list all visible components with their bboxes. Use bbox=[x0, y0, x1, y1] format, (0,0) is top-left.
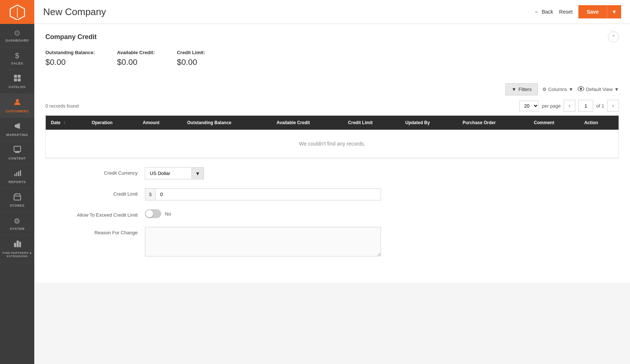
per-page-select[interactable]: 20 30 50 bbox=[519, 101, 539, 111]
toggle-knob bbox=[146, 210, 153, 217]
page-title: New Company bbox=[43, 6, 534, 18]
col-action[interactable]: Action bbox=[579, 116, 619, 130]
sidebar-item-catalog[interactable]: CATALOG bbox=[0, 70, 34, 94]
allow-exceed-row: Allow To Exceed Credit Limit No bbox=[56, 209, 608, 218]
sidebar-item-reports[interactable]: REPORTS bbox=[0, 165, 34, 189]
reports-icon bbox=[14, 169, 21, 179]
svg-rect-9 bbox=[15, 152, 20, 153]
credit-limit-input[interactable] bbox=[156, 189, 381, 200]
allow-exceed-field: No bbox=[145, 209, 381, 218]
view-button[interactable]: Default View ▼ bbox=[578, 86, 619, 92]
svg-rect-14 bbox=[14, 196, 21, 200]
section-title: Company Credit bbox=[45, 33, 97, 41]
credit-currency-field: US Dollar Euro British Pound ▼ bbox=[145, 167, 381, 179]
svg-point-19 bbox=[580, 88, 582, 90]
table-header-row: Date ↑ Operation Amount Outstanding Bala… bbox=[46, 116, 619, 130]
main-content: New Company ← Back Reset Save ▼ Company … bbox=[34, 0, 630, 364]
sidebar-item-marketing[interactable]: MARKETING bbox=[0, 118, 34, 141]
save-dropdown-arrow[interactable]: ▼ bbox=[607, 5, 621, 18]
reason-textarea[interactable] bbox=[145, 227, 381, 256]
marketing-icon bbox=[14, 122, 21, 132]
svg-rect-16 bbox=[17, 241, 19, 247]
credit-limit-summary-label: Credit Limit: bbox=[177, 50, 205, 55]
dashboard-icon: ⊙ bbox=[14, 28, 21, 37]
section-header: Company Credit ⌃ bbox=[45, 31, 619, 42]
stores-icon bbox=[14, 193, 21, 202]
sidebar-item-sales[interactable]: $ SALES bbox=[0, 47, 34, 70]
section-collapse-button[interactable]: ⌃ bbox=[608, 31, 619, 42]
col-operation[interactable]: Operation bbox=[86, 116, 138, 130]
allow-exceed-value: No bbox=[165, 211, 171, 217]
svg-rect-8 bbox=[14, 146, 21, 151]
credit-currency-label: Credit Currency bbox=[56, 167, 145, 176]
svg-rect-13 bbox=[20, 170, 21, 176]
filter-icon: ▼ bbox=[512, 87, 516, 92]
columns-button[interactable]: ⚙ Columns ▼ bbox=[542, 87, 573, 92]
available-credit-value: $0.00 bbox=[117, 57, 155, 67]
table-toolbar: ▼ Filters ⚙ Columns ▼ Default View ▼ bbox=[45, 83, 619, 95]
reason-field bbox=[145, 227, 381, 258]
catalog-icon bbox=[14, 74, 21, 84]
credit-limit-input-wrapper: $ bbox=[145, 188, 381, 200]
columns-arrow-icon: ▼ bbox=[569, 87, 574, 92]
back-button[interactable]: ← Back bbox=[534, 9, 553, 15]
sidebar-item-customers[interactable]: CUSTOMERS bbox=[0, 94, 34, 118]
credit-currency-select[interactable]: US Dollar Euro British Pound bbox=[145, 167, 204, 179]
sidebar-logo bbox=[0, 0, 34, 24]
chevron-up-icon: ⌃ bbox=[612, 34, 616, 40]
col-purchase-order[interactable]: Purchase Order bbox=[457, 116, 529, 130]
col-outstanding-balance[interactable]: Outstanding Balance bbox=[182, 116, 271, 130]
col-updated-by[interactable]: Updated By bbox=[400, 116, 457, 130]
credit-table: Date ↑ Operation Amount Outstanding Bala… bbox=[45, 115, 619, 158]
col-available-credit[interactable]: Available Credit bbox=[271, 116, 343, 130]
svg-rect-6 bbox=[18, 78, 21, 81]
sidebar-item-find-partners[interactable]: FIND PARTNERS & EXTENSIONS bbox=[0, 235, 34, 263]
sidebar-item-stores[interactable]: STORES bbox=[0, 189, 34, 212]
svg-rect-11 bbox=[16, 172, 17, 176]
credit-limit-summary-value: $0.00 bbox=[177, 57, 205, 67]
system-icon: ⚙ bbox=[14, 217, 21, 225]
pagination-bar: 0 records found 20 30 50 per page ‹ of 1… bbox=[45, 100, 619, 115]
prev-page-button[interactable]: ‹ bbox=[564, 100, 575, 112]
back-arrow-icon: ← bbox=[534, 9, 540, 15]
svg-rect-17 bbox=[19, 242, 21, 247]
reason-row: Reason For Change bbox=[56, 227, 608, 258]
svg-rect-15 bbox=[14, 243, 16, 247]
page-content: Company Credit ⌃ Outstanding Balance: $0… bbox=[34, 24, 630, 364]
allow-exceed-label: Allow To Exceed Credit Limit bbox=[56, 209, 145, 218]
sort-icon: ↑ bbox=[63, 120, 65, 125]
sales-icon: $ bbox=[15, 52, 20, 60]
sidebar: ⊙ DASHBOARD $ SALES CATALOG CUSTOMERS MA… bbox=[0, 0, 34, 364]
outstanding-balance-value: $0.00 bbox=[45, 57, 95, 67]
available-credit-item: Available Credit: $0.00 bbox=[117, 50, 155, 67]
allow-exceed-toggle-wrapper: No bbox=[145, 209, 381, 218]
allow-exceed-toggle[interactable] bbox=[145, 209, 161, 218]
reset-button[interactable]: Reset bbox=[559, 9, 573, 15]
sidebar-item-system[interactable]: ⚙ SYSTEM bbox=[0, 212, 34, 235]
credit-limit-field-label: Credit Limit bbox=[56, 188, 145, 197]
filters-button[interactable]: ▼ Filters bbox=[505, 83, 538, 95]
currency-prefix: $ bbox=[145, 189, 156, 200]
total-pages: of 1 bbox=[596, 103, 604, 109]
outstanding-balance-item: Outstanding Balance: $0.00 bbox=[45, 50, 95, 67]
company-credit-section: Company Credit ⌃ Outstanding Balance: $0… bbox=[34, 24, 630, 283]
table-empty-row: We couldn't find any records. bbox=[46, 130, 619, 158]
col-comment[interactable]: Comment bbox=[529, 116, 579, 130]
svg-rect-10 bbox=[14, 174, 15, 176]
eye-icon bbox=[578, 86, 584, 92]
col-amount[interactable]: Amount bbox=[138, 116, 182, 130]
sidebar-item-dashboard[interactable]: ⊙ DASHBOARD bbox=[0, 24, 34, 47]
svg-rect-5 bbox=[14, 78, 17, 81]
credit-limit-row: Credit Limit $ bbox=[56, 188, 608, 200]
next-page-button[interactable]: › bbox=[607, 100, 619, 112]
col-credit-limit[interactable]: Credit Limit bbox=[343, 116, 400, 130]
current-page-input[interactable] bbox=[578, 100, 593, 112]
records-count: 0 records found bbox=[45, 103, 79, 109]
header-actions: ← Back Reset Save ▼ bbox=[534, 5, 621, 18]
save-button[interactable]: Save ▼ bbox=[578, 5, 621, 18]
svg-rect-12 bbox=[18, 171, 19, 176]
empty-message: We couldn't find any records. bbox=[46, 130, 619, 158]
credit-form: Credit Currency US Dollar Euro British P… bbox=[45, 158, 619, 275]
col-date[interactable]: Date ↑ bbox=[46, 116, 86, 130]
sidebar-item-content[interactable]: CONTENT bbox=[0, 141, 34, 165]
